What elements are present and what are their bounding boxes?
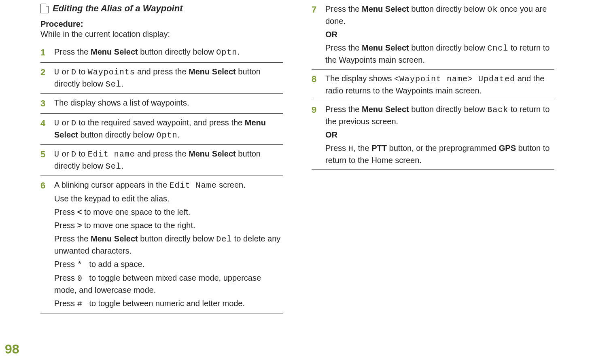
text-run: U (54, 68, 59, 77)
text-run: # (77, 299, 83, 309)
step-line: OR (325, 129, 554, 141)
text-run: button directly below (409, 43, 487, 52)
text-run: or (59, 149, 71, 158)
content-columns: Editing the Alias of a Waypoint Procedur… (24, 3, 585, 317)
step-body: Press the Menu Select button directly be… (325, 104, 554, 166)
text-run: Menu Select (91, 47, 138, 56)
step-body: U or D to the required saved waypoint, a… (54, 117, 283, 141)
text-run: Menu Select (189, 149, 236, 158)
page-number: 98 (5, 342, 19, 357)
text-run: D (71, 150, 76, 159)
text-run: Menu Select (362, 105, 409, 114)
text-run: > (77, 221, 82, 230)
text-run: . (121, 161, 124, 170)
text-run: GPS (499, 144, 516, 152)
text-run: The display shows (325, 74, 394, 83)
step-line: Press < to move one space to the left. (54, 206, 283, 218)
text-run: Press the (54, 234, 91, 243)
text-run: button directly below (138, 234, 216, 243)
text-run: * (77, 260, 83, 269)
text-run: to add a space. (83, 260, 144, 269)
text-run: Menu Select (91, 234, 138, 243)
step-body: U or D to Edit name and press the Menu S… (54, 148, 283, 172)
text-run: Optn (216, 48, 237, 57)
procedure-step: 9Press the Menu Select button directly b… (312, 104, 554, 170)
step-number: 1 (40, 46, 49, 59)
step-number: 2 (40, 66, 49, 90)
step-line: Press the Menu Select button directly be… (54, 233, 283, 257)
text-run: button directly below (78, 130, 156, 139)
text-run: OR (325, 30, 337, 39)
text-run: < (77, 207, 82, 216)
text-run: The display shows a list of waypoints. (54, 98, 189, 107)
text-run: and press the (135, 149, 189, 158)
step-line: Press # to toggle between numeric and le… (54, 298, 283, 310)
step-line: Press * to add a space. (54, 258, 283, 271)
text-run: Cncl (487, 44, 508, 53)
text-run: Press (54, 273, 77, 282)
text-run: Sel (106, 162, 121, 171)
step-line: Press the Menu Select button directly be… (325, 42, 554, 66)
text-run: to move one space to the right. (82, 221, 195, 230)
text-run: Press the (54, 47, 91, 56)
text-run: to (76, 67, 88, 76)
step-body: Press the Menu Select button directly be… (54, 46, 283, 59)
text-run: or (59, 118, 71, 127)
text-run: Menu Select (362, 4, 409, 13)
text-run: and press the (135, 67, 189, 76)
procedure-step: 4U or D to the required saved waypoint, … (40, 117, 283, 145)
step-body: A blinking cursor appears in the Edit Na… (54, 179, 283, 310)
text-run: <Waypoint name> Updated (394, 74, 515, 84)
text-run: Press (54, 299, 77, 308)
left-steps-list: 1Press the Menu Select button directly b… (40, 46, 283, 313)
text-run: D (71, 119, 76, 128)
step-body: Press the Menu Select button directly be… (325, 3, 554, 66)
text-run: Edit Name (170, 181, 217, 190)
text-run: Press (54, 221, 77, 230)
text-run: button, or the preprogrammed (387, 144, 499, 152)
text-run: U (54, 150, 59, 159)
text-run: to (76, 149, 88, 158)
right-column: 7Press the Menu Select button directly b… (312, 3, 554, 317)
text-run: screen. (217, 180, 246, 189)
procedure-step: 5U or D to Edit name and press the Menu … (40, 148, 283, 176)
text-run: Back (487, 105, 508, 114)
text-run: . (237, 47, 240, 56)
text-run: button directly below (409, 105, 487, 114)
text-run: D (71, 68, 76, 77)
text-run: Waypoints (88, 68, 135, 77)
procedure-step: 7Press the Menu Select button directly b… (312, 3, 554, 70)
text-run: Press (54, 260, 77, 269)
text-run: Menu Select (189, 67, 236, 76)
text-run: Use the keypad to edit the alias. (54, 194, 170, 203)
step-line: Press the Menu Select button directly be… (325, 3, 554, 27)
text-run: OR (325, 130, 337, 139)
text-run: Press (325, 144, 348, 152)
text-run: to toggle between mixed case mode, upper… (54, 273, 261, 294)
text-run: Menu Select (362, 43, 409, 52)
text-run: Optn (156, 131, 177, 140)
text-run: . (177, 130, 180, 139)
step-line: Press 0 to toggle between mixed case mod… (54, 272, 283, 296)
text-run: Sel (106, 80, 121, 89)
step-line: A blinking cursor appears in the Edit Na… (54, 179, 283, 191)
text-run: Press the (325, 4, 362, 13)
text-run: PTT (371, 144, 387, 152)
heading-title: Editing the Alias of a Waypoint (53, 3, 182, 14)
text-run: button directly below (138, 47, 216, 56)
text-run: H (348, 144, 354, 153)
text-run: button directly below (409, 4, 487, 13)
document-page: Advanced Features 98 Editing the Alias o… (0, 0, 609, 364)
section-label: Advanced Features (0, 231, 2, 336)
step-number: 5 (40, 148, 49, 172)
step-number: 6 (40, 179, 49, 310)
text-run: Press (54, 207, 77, 216)
step-body: The display shows <Waypoint name> Update… (325, 73, 554, 97)
step-number: 4 (40, 117, 49, 141)
step-line: Press > to move one space to the right. (54, 220, 283, 231)
text-run: Edit name (88, 150, 135, 159)
intro-text: While in the current location display: (40, 30, 283, 39)
text-run: 0 (77, 274, 83, 283)
text-run: to the required saved waypoint, and pres… (76, 118, 245, 127)
procedure-step: 8The display shows <Waypoint name> Updat… (312, 73, 554, 100)
